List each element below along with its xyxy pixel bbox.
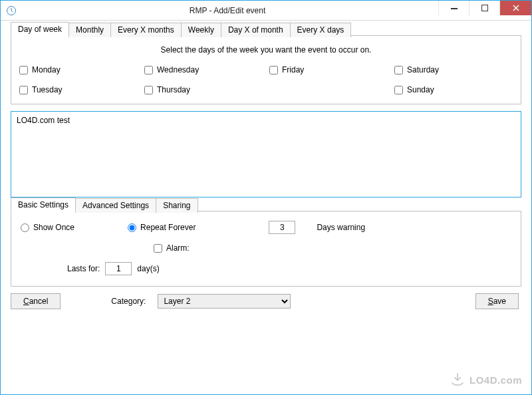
minimize-button[interactable] [438, 1, 469, 15]
checkbox-saturday[interactable]: Saturday [394, 65, 513, 74]
svg-rect-1 [451, 8, 458, 9]
checkbox-thursday[interactable]: Thursday [144, 85, 263, 94]
checkbox-input[interactable] [144, 86, 153, 94]
checkbox-label: Saturday [407, 65, 439, 74]
checkbox-input[interactable] [19, 86, 28, 94]
checkbox-input[interactable] [394, 86, 403, 94]
svg-rect-2 [481, 5, 487, 11]
checkbox-input[interactable] [19, 66, 28, 74]
category-label: Category: [111, 297, 146, 306]
schedule-group: Day of week Monthly Every X months Weekl… [11, 35, 521, 104]
days-grid: Monday Wednesday Friday Saturday Tuesday… [19, 65, 513, 94]
alarm-row: Alarm: [154, 243, 511, 253]
cancel-button[interactable]: Cancel [11, 293, 61, 309]
lasts-for-label: Lasts for: [67, 264, 100, 273]
tab-advanced-settings[interactable]: Advanced Settings [75, 198, 156, 213]
checkbox-input[interactable] [394, 66, 403, 74]
category-select[interactable]: Layer 2 [158, 294, 291, 309]
event-text-input[interactable] [11, 112, 521, 195]
tab-day-of-week[interactable]: Day of week [11, 22, 69, 37]
dialog-footer: Cancel Category: Layer 2 Save [11, 293, 521, 309]
radio-repeat-forever[interactable]: Repeat Forever [128, 223, 196, 232]
radio-input[interactable] [128, 223, 136, 232]
tab-day-x-of-month[interactable]: Day X of month [221, 23, 291, 37]
tab-sharing[interactable]: Sharing [156, 198, 198, 213]
alarm-label: Alarm: [166, 243, 190, 253]
radio-label: Repeat Forever [140, 223, 196, 232]
app-icon [6, 5, 17, 16]
spacer [269, 85, 388, 94]
dialog-content: Day of week Monthly Every X months Weekl… [1, 21, 531, 394]
checkbox-monday[interactable]: Monday [19, 65, 138, 74]
event-text-wrap [11, 111, 521, 198]
checkbox-input[interactable] [144, 66, 153, 74]
window-controls [438, 1, 531, 20]
repeat-row: Show Once Repeat Forever Days warning [21, 221, 511, 234]
alarm-checkbox[interactable] [154, 244, 162, 253]
days-warning-input[interactable] [269, 221, 295, 234]
tab-basic-settings[interactable]: Basic Settings [11, 198, 76, 212]
tab-monthly[interactable]: Monthly [68, 23, 111, 37]
titlebar: RMP - Add/Edit event [1, 1, 531, 21]
checkbox-sunday[interactable]: Sunday [394, 85, 513, 94]
days-warning-label: Days warning [317, 223, 365, 232]
schedule-tabstrip: Day of week Monthly Every X months Weekl… [11, 22, 350, 37]
tab-weekly[interactable]: Weekly [181, 23, 221, 37]
checkbox-wednesday[interactable]: Wednesday [144, 65, 263, 74]
checkbox-input[interactable] [269, 66, 278, 74]
radio-show-once[interactable]: Show Once [21, 223, 74, 232]
checkbox-label: Monday [32, 65, 61, 74]
radio-label: Show Once [33, 223, 74, 232]
lasts-for-input[interactable] [105, 262, 132, 275]
window-title: RMP - Add/Edit event [17, 6, 438, 15]
lasts-for-unit: day(s) [137, 264, 159, 273]
save-button[interactable]: Save [475, 293, 519, 309]
checkbox-tuesday[interactable]: Tuesday [19, 85, 138, 94]
radio-input[interactable] [21, 223, 29, 232]
schedule-instruction: Select the days of the week you want the… [19, 45, 513, 55]
app-window: RMP - Add/Edit event Day of week Monthly… [0, 0, 532, 395]
checkbox-friday[interactable]: Friday [269, 65, 388, 74]
close-button[interactable] [499, 1, 531, 15]
minimize-icon [451, 5, 458, 11]
checkbox-label: Tuesday [32, 85, 63, 94]
tab-every-x-days[interactable]: Every X days [290, 23, 352, 37]
checkbox-label: Friday [282, 65, 304, 74]
lasts-row: Lasts for: day(s) [67, 262, 511, 275]
checkbox-label: Wednesday [157, 65, 199, 74]
settings-group: Basic Settings Advanced Settings Sharing… [11, 211, 521, 287]
maximize-icon [481, 5, 488, 11]
maximize-button[interactable] [469, 1, 499, 15]
checkbox-label: Thursday [157, 85, 190, 94]
close-icon [513, 5, 519, 11]
checkbox-label: Sunday [407, 85, 434, 94]
tab-every-x-months[interactable]: Every X months [110, 23, 182, 37]
settings-tabstrip: Basic Settings Advanced Settings Sharing [11, 198, 198, 212]
